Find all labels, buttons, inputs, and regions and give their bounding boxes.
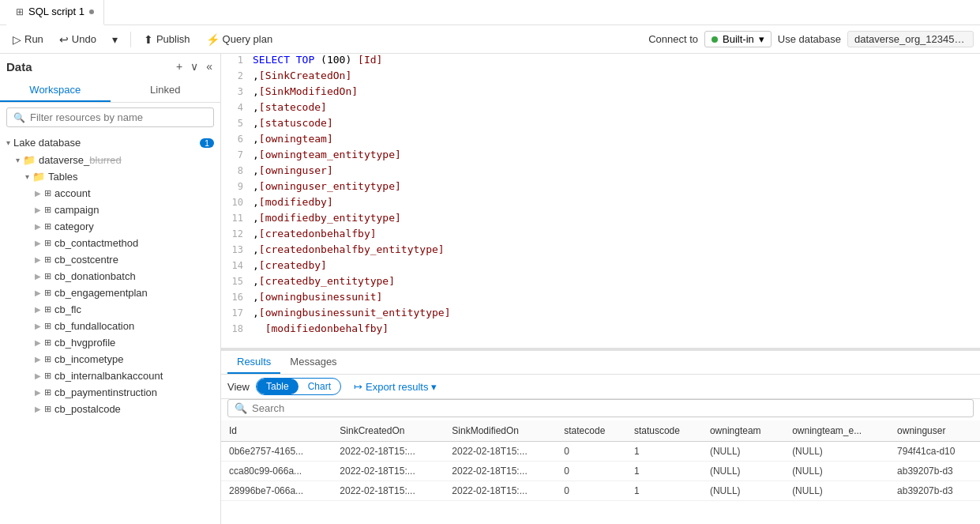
table-view-button[interactable]: Table [257,379,299,394]
use-database-label: Use database [778,33,841,45]
sort-button[interactable]: ∨ [189,58,200,74]
table-cell: 2022-02-18T15:... [332,481,444,501]
database-value[interactable]: dataverse_org_12345abc... [847,31,974,47]
code-editor[interactable]: 1SELECT TOP (100) [Id]2,[SinkCreatedOn]3… [221,54,980,348]
editor-pane: 1SELECT TOP (100) [Id]2,[SinkCreatedOn]3… [221,54,980,524]
table-row: 28996be7-066a...2022-02-18T15:...2022-02… [221,481,980,501]
table-grid-icon: ⊞ [44,337,51,348]
search-icon: 🔍 [13,112,25,123]
query-plan-button[interactable]: ⚡ Query plan [200,30,280,49]
table-expand-icon: ▶ [35,338,41,347]
table-item-cb_postalcode[interactable]: ▶ ⊞ cb_postalcode [28,401,220,417]
tables-chevron-icon: ▾ [25,172,29,181]
code-line: 14,[createdby] [221,259,980,275]
table-item-cb_fundallocation[interactable]: ▶ ⊞ cb_fundallocation [28,318,220,334]
table-item-cb_hvgprofile[interactable]: ▶ ⊞ cb_hvgprofile [28,334,220,351]
table-expand-icon: ▶ [35,288,41,297]
code-line: 15,[createdby_entitytype] [221,275,980,291]
table-expand-icon: ▶ [35,388,41,397]
run-button[interactable]: ▷ Run [6,30,50,49]
table-item-cb_incometype[interactable]: ▶ ⊞ cb_incometype [28,351,220,368]
search-input[interactable] [30,111,207,123]
table-label: category [54,221,94,232]
table-label: cb_hvgprofile [54,337,115,349]
code-line: 11,[modifiedby_entitytype] [221,212,980,228]
table-expand-icon: ▶ [35,222,41,231]
table-label: cb_postalcode [54,403,121,415]
dataverse-item[interactable]: ▾ 📁 dataverse_blurred [9,152,220,168]
dataverse-chevron-icon: ▾ [16,156,20,164]
column-header: owninguser [889,420,980,442]
table-grid-icon: ⊞ [44,238,51,248]
connected-indicator [712,36,718,43]
table-item-cb_internalbankaccount[interactable]: ▶ ⊞ cb_internalbankaccount [28,368,220,384]
table-grid-icon: ⊞ [44,205,51,215]
code-line: 2,[SinkCreatedOn] [221,70,980,85]
table-item-category[interactable]: ▶ ⊞ category [28,218,220,235]
tab-unsaved-dot [89,9,94,14]
table-cell: 28996be7-066a... [221,481,332,501]
add-button[interactable]: + [175,58,184,74]
results-search-input[interactable] [252,402,967,414]
resource-tree: ▾ Lake database 1 ▾ 📁 dataverse_blurred … [0,132,220,524]
table-cell: 0 [556,442,626,462]
column-header: statecode [556,420,626,442]
view-toggle: Table Chart [256,378,341,395]
results-search-icon: 🔍 [235,402,247,414]
table-row: 0b6e2757-4165...2022-02-18T15:...2022-02… [221,442,980,462]
tab-bar: ⊞ SQL script 1 [0,0,980,25]
tables-item[interactable]: ▾ 📁 Tables [19,168,220,185]
table-grid-icon: ⊞ [44,404,51,414]
table-cell: (NULL) [702,442,784,462]
code-line: 18 [modifiedonbehalfby] [221,322,980,338]
results-table-wrap[interactable]: IdSinkCreatedOnSinkModifiedOnstatecodest… [221,420,980,524]
table-item-cb_contactmethod[interactable]: ▶ ⊞ cb_contactmethod [28,235,220,251]
tab-messages[interactable]: Messages [280,351,346,374]
dataverse-label: dataverse_blurred [39,154,122,166]
collapse-button[interactable]: « [205,58,214,74]
table-item-campaign[interactable]: ▶ ⊞ campaign [28,202,220,218]
code-line: 1SELECT TOP (100) [Id] [221,54,980,70]
publish-button[interactable]: ⬆ Publish [137,30,197,49]
sidebar-tabs: Workspace Linked [0,79,220,103]
table-grid-icon: ⊞ [44,288,51,298]
table-item-cb_donationbatch[interactable]: ▶ ⊞ cb_donationbatch [28,268,220,285]
chart-view-button[interactable]: Chart [299,379,340,394]
sidebar-title: Data [6,60,32,74]
sql-script-tab[interactable]: ⊞ SQL script 1 [6,0,104,25]
query-plan-icon: ⚡ [206,33,220,46]
table-expand-icon: ▶ [35,371,41,380]
publish-label: Publish [156,33,190,45]
table-item-cb_flc[interactable]: ▶ ⊞ cb_flc [28,301,220,318]
code-line: 17,[owningbusinessunit_entitytype] [221,307,980,322]
view-label: View [227,381,250,393]
undo-button[interactable]: ↩ Undo [53,30,103,49]
table-item-cb_costcentre[interactable]: ▶ ⊞ cb_costcentre [28,251,220,268]
tab-linked[interactable]: Linked [111,79,221,102]
search-box: 🔍 [6,107,214,127]
table-item-cb_engagementplan[interactable]: ▶ ⊞ cb_engagementplan [28,285,220,301]
lake-database-section: ▾ Lake database 1 ▾ 📁 dataverse_blurred … [0,134,220,417]
export-results-button[interactable]: ↦ Export results ▾ [354,381,437,393]
lake-database-header[interactable]: ▾ Lake database 1 [0,134,220,152]
toolbar-separator [130,32,131,47]
connect-to-select[interactable]: Built-in ▾ [704,31,772,47]
table-label: cb_internalbankaccount [54,370,163,382]
dropdown-button[interactable]: ▾ [106,30,124,49]
script-icon: ⊞ [16,6,24,17]
column-header: owningteam_e... [784,420,889,442]
table-label: cb_donationbatch [54,270,136,282]
tab-workspace[interactable]: Workspace [0,79,111,102]
tables-folder-icon: 📁 [32,171,45,183]
table-item-cb_paymentinstruction[interactable]: ▶ ⊞ cb_paymentinstruction [28,384,220,401]
table-cell: 2022-02-18T15:... [444,481,556,501]
table-grid-icon: ⊞ [44,354,51,364]
table-item-account[interactable]: ▶ ⊞ account [28,185,220,202]
table-cell: 2022-02-18T15:... [332,462,444,481]
section-title: Lake database [13,137,197,149]
table-grid-icon: ⊞ [44,304,51,315]
tab-results[interactable]: Results [227,351,280,374]
tab-label: SQL script 1 [28,6,84,17]
table-expand-icon: ▶ [35,239,41,247]
code-line: 4,[statecode] [221,101,980,117]
